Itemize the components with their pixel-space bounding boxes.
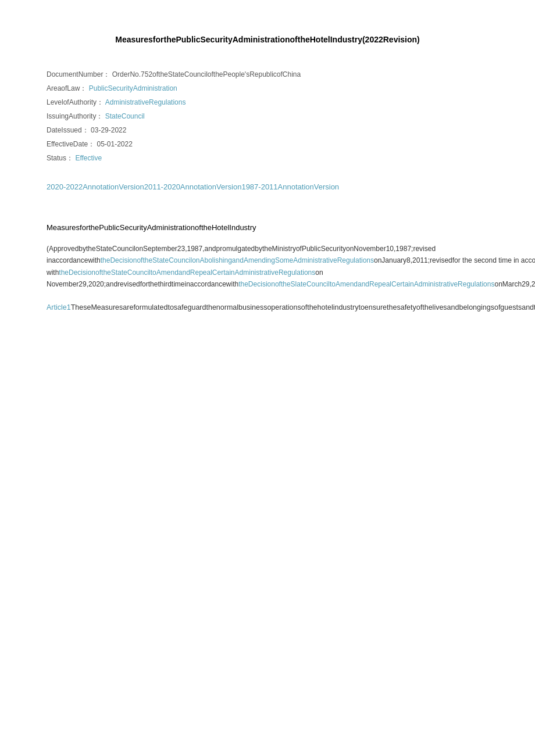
area-of-law-label: AreaofLaw： — [47, 84, 87, 92]
doc-number-label: DocumentNumber： — [47, 70, 110, 78]
annotation-link-3[interactable]: 1987-2011AnnotationVersion — [241, 182, 339, 191]
level-link[interactable]: AdministrativeRegulations — [105, 98, 186, 106]
document-number-row: DocumentNumber： OrderNo.752oftheStateCou… — [47, 67, 488, 81]
issuing-authority-row: IssuingAuthority： StateCouncil — [47, 109, 488, 123]
issuing-label: IssuingAuthority： — [47, 112, 103, 120]
status-row: Status： Effective — [47, 151, 488, 165]
effective-date-row: EffectiveDate： 05-01-2022 — [47, 137, 488, 151]
level-of-authority-row: LevelofAuthority： AdministrativeRegulati… — [47, 95, 488, 109]
date-issued-row: DateIssued： 03-29-2022 — [47, 123, 488, 137]
meta-section: DocumentNumber： OrderNo.752oftheStateCou… — [47, 67, 488, 165]
page-title: MeasuresforthePublicSecurityAdministrati… — [47, 35, 488, 44]
area-of-law-link[interactable]: PublicSecurityAdministration — [89, 84, 177, 92]
revision-link-1[interactable]: theDecisionoftheStateCouncilonAbolishing… — [101, 256, 374, 264]
status-label: Status： — [47, 154, 73, 162]
annotation-links: 2020-2022AnnotationVersion2011-2020Annot… — [47, 182, 488, 192]
article1-link[interactable]: Article1 — [47, 303, 71, 311]
col-left: MeasuresforthePublicSecurityAdministrati… — [47, 222, 535, 756]
law-title-en: MeasuresforthePublicSecurityAdministrati… — [47, 222, 535, 234]
area-of-law-row: AreaofLaw： PublicSecurityAdministration — [47, 81, 488, 95]
law-subtitle-en: (ApprovedbytheStateCouncilonSeptember23,… — [47, 243, 535, 291]
revision-link-3[interactable]: theDecisionoftheSlateCounciltoAmendandRe… — [238, 280, 494, 288]
date-issued-label: DateIssued： — [47, 126, 89, 134]
revision-link-2[interactable]: theDecisionoftheStateCounciltoAmendandRe… — [59, 268, 315, 277]
effective-date-label: EffectiveDate： — [47, 140, 95, 148]
effective-date-value: 05-01-2022 — [97, 140, 133, 148]
article1-en: Article1TheseMeasuresareformulatedtosafe… — [47, 302, 535, 314]
date-issued-value: 03-29-2022 — [91, 126, 126, 134]
level-label: LevelofAuthority： — [47, 98, 104, 106]
annotation-link-2[interactable]: 2011-2020AnnotationVersion — [144, 182, 242, 191]
doc-number-value: OrderNo.752oftheStateCouncilofthePeople'… — [112, 70, 301, 78]
annotation-link-1[interactable]: 2020-2022AnnotationVersion — [47, 182, 144, 191]
issuing-link[interactable]: StateCouncil — [105, 112, 145, 120]
main-content: MeasuresforthePublicSecurityAdministrati… — [47, 222, 488, 756]
status-value: Effective — [75, 154, 102, 162]
